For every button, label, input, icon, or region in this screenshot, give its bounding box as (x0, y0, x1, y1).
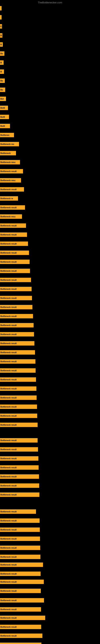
bar-item-52: Bottleneck result (0, 484, 39, 488)
bar-fill-44: Bottleneck result (0, 404, 37, 409)
bar-fill-20: Bottleneck result (0, 187, 24, 192)
bar-item-44: Bottleneck result (0, 404, 37, 409)
bar-fill-63: Bottleneck result (0, 589, 41, 593)
bar-fill-38: Bottleneck result (0, 350, 35, 354)
bar-fill-36: Bottleneck result (0, 332, 34, 336)
bar-item-5: Bo (0, 51, 4, 56)
bar-item-36: Bottleneck result (0, 332, 34, 336)
bar-fill-23: Bottleneck resu (0, 214, 22, 219)
bar-fill-69: Bottleneck result (0, 642, 41, 644)
bar-fill-10: Bot (0, 96, 6, 101)
bar-fill-8: Bo (0, 78, 5, 83)
bar-item-51: Bottleneck result (0, 474, 39, 479)
bar-item-1 (0, 15, 1, 20)
bar-fill-28: Bottleneck result (0, 260, 30, 264)
bar-fill-62: Bottleneck result (0, 580, 44, 584)
bar-fill-34: Bottleneck result (0, 314, 33, 318)
bar-item-26: Bottleneck result (0, 242, 28, 246)
bar-item-42: Bottleneck result (0, 386, 36, 391)
bar-fill-35: Bottleneck result (0, 323, 34, 328)
bar-item-38: Bottleneck result (0, 350, 35, 354)
bar-item-29: Bottleneck result (0, 269, 30, 273)
bar-fill-5: Bo (0, 51, 4, 56)
bar-item-57: Bottleneck result (0, 536, 40, 541)
bar-fill-15: Bottleneck res (0, 142, 19, 146)
bar-fill-19: Bottleneck resu (0, 178, 21, 182)
bar-item-2: E (0, 24, 2, 28)
bar-fill-66: Bottleneck result (0, 616, 45, 620)
bar-item-9: Bo (0, 88, 5, 92)
bar-fill-24: Bottleneck result (0, 224, 26, 228)
bar-item-25: Bottleneck result (0, 232, 27, 237)
bar-fill-39: Bottleneck result (0, 359, 35, 364)
bar-item-40: Bottleneck result (0, 368, 36, 373)
bar-item-63: Bottleneck result (0, 589, 41, 593)
bar-fill-16: Bottleneck (0, 151, 16, 155)
bar-item-59: Bottleneck result (0, 555, 40, 559)
bar-item-68: Bottleneck result (0, 634, 42, 638)
bar-fill-11: Bottl (0, 106, 8, 110)
bar-item-41: Bottleneck result (0, 377, 36, 382)
bar-item-7: B (0, 70, 4, 74)
bar-fill-3: B (0, 33, 2, 38)
bar-fill-61: Bottleneck result (0, 572, 41, 576)
bar-fill-46: Bottleneck result (0, 422, 38, 427)
bar-item-17: Bottleneck resu (0, 160, 20, 164)
bar-fill-50: Bottleneck result (0, 465, 39, 470)
bar-item-66: Bottleneck result (0, 616, 45, 620)
bar-item-53: Bottleneck result (0, 492, 39, 497)
bar-fill-65: Bottleneck result (0, 607, 41, 612)
bar-item-19: Bottleneck resu (0, 178, 21, 182)
bar-fill-0 (0, 6, 1, 10)
bar-item-33: Bottleneck result (0, 305, 32, 309)
bar-fill-1 (0, 15, 1, 20)
bar-item-14: Bottlenec (0, 133, 14, 137)
bar-fill-60: Bottleneck result (0, 562, 43, 567)
bar-fill-55: Bottleneck result (0, 518, 40, 523)
bar-item-30: Bottleneck result (0, 278, 31, 282)
bar-fill-40: Bottleneck result (0, 368, 36, 373)
bar-item-24: Bottleneck result (0, 224, 26, 228)
bar-item-48: Bottleneck result (0, 447, 38, 452)
bar-item-4: B (0, 42, 3, 47)
bar-item-46: Bottleneck result (0, 422, 38, 427)
bar-fill-33: Bottleneck result (0, 305, 32, 309)
bar-item-56: Bottleneck result (0, 528, 40, 532)
bar-fill-45: Bottleneck result (0, 414, 37, 418)
bar-item-39: Bottleneck result (0, 359, 35, 364)
bar-fill-30: Bottleneck result (0, 278, 31, 282)
bar-fill-43: Bottleneck result (0, 396, 37, 400)
bar-item-37: Bottleneck result (0, 341, 34, 346)
bar-item-43: Bottleneck result (0, 396, 37, 400)
bar-fill-41: Bottleneck result (0, 377, 36, 382)
bar-fill-59: Bottleneck result (0, 555, 40, 559)
bar-item-45: Bottleneck result (0, 414, 37, 418)
bar-item-15: Bottleneck res (0, 142, 19, 146)
bar-fill-47: Bottleneck result (0, 438, 38, 442)
bar-item-8: Bo (0, 78, 5, 83)
bar-item-22: Bottleneck result (0, 205, 25, 210)
bar-item-61: Bottleneck result (0, 572, 41, 576)
bar-item-50: Bottleneck result (0, 465, 39, 470)
bar-fill-56: Bottleneck result (0, 528, 40, 532)
bar-fill-42: Bottleneck result (0, 386, 36, 391)
bar-item-49: Bottleneck result (0, 456, 38, 461)
bar-fill-7: B (0, 70, 4, 74)
bar-fill-12: Bottl (0, 115, 9, 119)
bar-item-58: Bottleneck result (0, 546, 40, 550)
bar-fill-31: Bottleneck result (0, 287, 32, 291)
bar-fill-54: Bottleneck result (0, 509, 36, 514)
bar-fill-6: B (0, 60, 3, 65)
bar-item-28: Bottleneck result (0, 260, 30, 264)
bar-fill-26: Bottleneck result (0, 242, 28, 246)
bar-fill-14: Bottlenec (0, 133, 14, 137)
bar-item-6: B (0, 60, 3, 65)
bar-fill-27: Bottleneck result (0, 250, 29, 255)
site-title: TheBottlenecker.com (38, 1, 62, 4)
bar-item-35: Bottleneck result (0, 323, 34, 328)
bar-fill-4: B (0, 42, 3, 47)
bar-fill-21: Bottleneck re (0, 196, 18, 201)
bar-item-54: Bottleneck result (0, 509, 36, 514)
bar-item-13: Bottl (0, 124, 10, 128)
bar-item-32: Bottleneck result (0, 296, 32, 300)
